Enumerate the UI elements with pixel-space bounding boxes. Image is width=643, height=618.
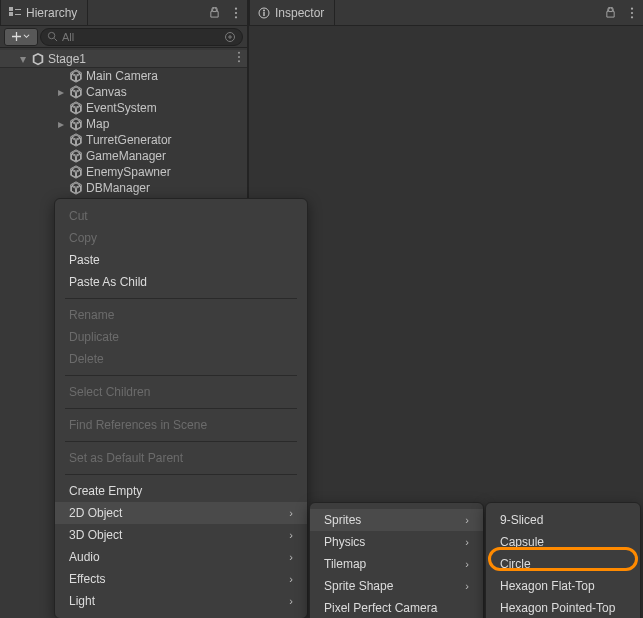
submenu-sprites: 9-Sliced Capsule Circle Hexagon Flat-Top… [485, 502, 641, 618]
kebab-menu-icon[interactable] [621, 0, 643, 25]
scene-name: Stage1 [48, 52, 86, 66]
hierarchy-item-label: Main Camera [86, 69, 158, 83]
sub-sprites[interactable]: Sprites› [310, 509, 483, 531]
chevron-right-icon: › [289, 529, 293, 541]
inspector-tab-label: Inspector [275, 6, 324, 20]
separator [65, 408, 297, 409]
ctx-effects[interactable]: Effects› [55, 568, 307, 590]
inspector-header: Inspector [249, 0, 643, 26]
ctx-cut: Cut [55, 205, 307, 227]
svg-point-11 [238, 60, 240, 62]
search-input-wrapper[interactable] [40, 28, 243, 46]
hierarchy-item[interactable]: EnemySpawner [0, 164, 247, 180]
hierarchy-icon [9, 7, 21, 19]
hierarchy-item-label: Canvas [86, 85, 127, 99]
svg-point-4 [235, 7, 237, 9]
hierarchy-item-label: DBManager [86, 181, 150, 195]
ctx-copy: Copy [55, 227, 307, 249]
ctx-light[interactable]: Light› [55, 590, 307, 612]
svg-rect-14 [263, 12, 264, 16]
ctx-2d-object[interactable]: 2D Object› [55, 502, 307, 524]
gameobject-icon [69, 117, 83, 131]
scene-row[interactable]: ▾ Stage1 [0, 50, 247, 68]
svg-point-15 [631, 7, 633, 9]
create-dropdown-button[interactable] [4, 28, 38, 46]
ctx-audio[interactable]: Audio› [55, 546, 307, 568]
gameobject-icon [69, 181, 83, 195]
svg-rect-1 [9, 12, 13, 16]
lock-icon[interactable] [203, 0, 225, 25]
separator [65, 441, 297, 442]
svg-point-16 [631, 11, 633, 13]
ctx-duplicate: Duplicate [55, 326, 307, 348]
sprite-capsule[interactable]: Capsule [486, 531, 640, 553]
hierarchy-item[interactable]: GameManager [0, 148, 247, 164]
search-input[interactable] [62, 31, 220, 43]
ctx-paste-as-child[interactable]: Paste As Child [55, 271, 307, 293]
sprite-hexagon-pointed-top[interactable]: Hexagon Pointed-Top [486, 597, 640, 618]
hierarchy-item-label: EnemySpawner [86, 165, 171, 179]
hierarchy-header: Hierarchy [0, 0, 247, 26]
hierarchy-item[interactable]: EventSystem [0, 100, 247, 116]
scene-kebab-icon[interactable] [235, 51, 243, 66]
ctx-paste[interactable]: Paste [55, 249, 307, 271]
submenu-2d-object: Sprites› Physics› Tilemap› Sprite Shape›… [309, 502, 484, 618]
hierarchy-item-label: Map [86, 117, 109, 131]
ctx-select-children: Select Children [55, 381, 307, 403]
ctx-create-empty[interactable]: Create Empty [55, 480, 307, 502]
svg-rect-3 [15, 14, 21, 15]
hierarchy-tab[interactable]: Hierarchy [0, 0, 88, 25]
ctx-3d-object[interactable]: 3D Object› [55, 524, 307, 546]
sub-physics[interactable]: Physics› [310, 531, 483, 553]
hierarchy-item[interactable]: Main Camera [0, 68, 247, 84]
chevron-right-icon: › [465, 580, 469, 592]
separator [65, 375, 297, 376]
plus-icon [12, 32, 21, 41]
search-filter-icon[interactable] [224, 31, 236, 43]
chevron-right-icon: › [465, 514, 469, 526]
sprite-9-sliced[interactable]: 9-Sliced [486, 509, 640, 531]
svg-point-10 [238, 56, 240, 58]
foldout-icon[interactable]: ▸ [56, 117, 66, 131]
hierarchy-item-label: EventSystem [86, 101, 157, 115]
svg-point-5 [235, 11, 237, 13]
gameobject-icon [69, 165, 83, 179]
unity-logo-icon [31, 52, 45, 66]
kebab-menu-icon[interactable] [225, 0, 247, 25]
chevron-right-icon: › [289, 507, 293, 519]
separator [65, 474, 297, 475]
chevron-right-icon: › [289, 595, 293, 607]
hierarchy-item[interactable]: ▸Map [0, 116, 247, 132]
hierarchy-item-label: GameManager [86, 149, 166, 163]
svg-point-7 [48, 32, 54, 38]
chevron-right-icon: › [465, 536, 469, 548]
search-icon [47, 31, 58, 42]
sub-tilemap[interactable]: Tilemap› [310, 553, 483, 575]
chevron-right-icon: › [289, 551, 293, 563]
gameobject-icon [69, 133, 83, 147]
hierarchy-toolbar [0, 26, 247, 48]
hierarchy-item[interactable]: DBManager [0, 180, 247, 196]
gameobject-icon [69, 69, 83, 83]
ctx-delete: Delete [55, 348, 307, 370]
gameobject-icon [69, 149, 83, 163]
chevron-right-icon: › [465, 558, 469, 570]
hierarchy-item[interactable]: TurretGenerator [0, 132, 247, 148]
info-icon [258, 7, 270, 19]
sub-pixel-perfect-camera[interactable]: Pixel Perfect Camera [310, 597, 483, 618]
sprite-circle[interactable]: Circle [486, 553, 640, 575]
inspector-tab[interactable]: Inspector [249, 0, 335, 25]
ctx-rename: Rename [55, 304, 307, 326]
sprite-hexagon-flat-top[interactable]: Hexagon Flat-Top [486, 575, 640, 597]
svg-point-6 [235, 16, 237, 18]
context-menu: Cut Copy Paste Paste As Child Rename Dup… [54, 198, 308, 618]
gameobject-icon [69, 101, 83, 115]
lock-icon[interactable] [599, 0, 621, 25]
separator [65, 298, 297, 299]
svg-rect-0 [9, 7, 13, 11]
hierarchy-item[interactable]: ▸Canvas [0, 84, 247, 100]
foldout-icon[interactable]: ▾ [18, 52, 28, 66]
sub-sprite-shape[interactable]: Sprite Shape› [310, 575, 483, 597]
foldout-icon[interactable]: ▸ [56, 85, 66, 99]
chevron-down-icon [23, 33, 30, 40]
